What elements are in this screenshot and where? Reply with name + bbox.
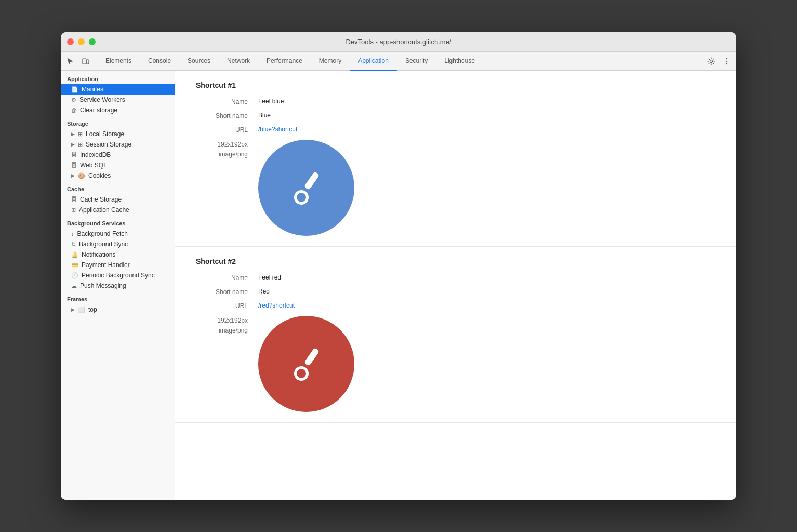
shortcut-1-url-label: URL — [196, 126, 258, 134]
expand-local-storage-arrow: ▶ — [71, 131, 75, 137]
expand-top-arrow: ▶ — [71, 307, 75, 312]
indexeddb-icon: 🗄 — [71, 152, 77, 158]
blue-paint-brush-icon — [286, 167, 327, 209]
tab-security[interactable]: Security — [397, 52, 436, 71]
sidebar-item-background-sync[interactable]: ↻ Background Sync — [61, 239, 175, 249]
svg-rect-6 — [303, 171, 319, 190]
manifest-icon: 📄 — [71, 86, 78, 93]
local-storage-icon: ⊞ — [78, 131, 83, 138]
maximize-button[interactable] — [89, 38, 96, 45]
tab-console[interactable]: Console — [140, 52, 179, 71]
sidebar-item-payment-handler[interactable]: 💳 Payment Handler — [61, 260, 175, 270]
tab-elements[interactable]: Elements — [97, 52, 140, 71]
shortcut-2-short-name-label: Short name — [196, 288, 258, 296]
shortcut-2-image-row: 192x192px image/png — [196, 316, 715, 412]
tab-memory[interactable]: Memory — [311, 52, 350, 71]
shortcut-2-size-label: 192x192px — [196, 316, 248, 326]
tab-sources[interactable]: Sources — [179, 52, 219, 71]
browser-window: DevTools - app-shortcuts.glitch.me/ — [61, 32, 736, 500]
tab-application[interactable]: Application — [350, 52, 397, 71]
web-sql-icon: 🗄 — [71, 162, 77, 168]
tabs-container: Elements Console Sources Network Perform… — [97, 52, 704, 71]
svg-rect-1 — [87, 60, 89, 64]
shortcut-1-icon — [258, 140, 354, 236]
svg-rect-0 — [83, 59, 86, 64]
shortcut-1-name-row: Name Feel blue — [196, 98, 715, 105]
sidebar-item-cookies[interactable]: ▶ 🍪 Cookies — [61, 170, 175, 181]
sidebar-item-session-storage[interactable]: ▶ ⊞ Session Storage — [61, 139, 175, 150]
application-cache-icon: ⊞ — [71, 207, 76, 214]
notifications-icon: 🔔 — [71, 251, 78, 258]
svg-point-8 — [297, 193, 306, 202]
service-workers-icon: ⚙ — [71, 97, 76, 103]
periodic-background-sync-icon: 🕐 — [71, 272, 78, 279]
push-messaging-icon: ☁ — [71, 283, 77, 289]
sidebar-item-clear-storage[interactable]: 🗑 Clear storage — [61, 105, 175, 115]
tab-network[interactable]: Network — [219, 52, 258, 71]
cookies-icon: 🍪 — [78, 172, 85, 179]
background-services-section-header: Background Services — [61, 215, 175, 229]
shortcut-2-type-label: image/png — [196, 326, 248, 336]
shortcut-1-image-row: 192x192px image/png — [196, 140, 715, 236]
more-options-button[interactable] — [720, 54, 734, 69]
tab-performance[interactable]: Performance — [258, 52, 311, 71]
cursor-icon-button[interactable] — [63, 54, 77, 69]
session-storage-icon: ⊞ — [78, 141, 83, 148]
shortcut-2-short-name-value: Red — [258, 288, 270, 295]
sidebar-item-background-fetch[interactable]: ↕ Background Fetch — [61, 229, 175, 239]
close-button[interactable] — [67, 38, 74, 45]
sidebar-item-service-workers[interactable]: ⚙ Service Workers — [61, 95, 175, 105]
shortcut-1-short-name-value: Blue — [258, 112, 271, 119]
background-fetch-icon: ↕ — [71, 231, 74, 237]
sidebar-item-top-frame[interactable]: ▶ ⬜ top — [61, 304, 175, 315]
shortcut-1-type-label: image/png — [196, 150, 248, 159]
tab-bar-right-controls — [704, 54, 734, 69]
window-controls — [67, 38, 96, 45]
settings-button[interactable] — [704, 54, 719, 69]
sidebar-item-manifest[interactable]: 📄 Manifest — [61, 84, 175, 95]
main-area: Application 📄 Manifest ⚙ Service Workers… — [61, 71, 736, 500]
sidebar-item-periodic-background-sync[interactable]: 🕐 Periodic Background Sync — [61, 270, 175, 281]
shortcut-1-name-value: Feel blue — [258, 98, 284, 105]
window-title: DevTools - app-shortcuts.glitch.me/ — [346, 38, 451, 46]
shortcut-1-short-name-label: Short name — [196, 112, 258, 119]
shortcut-1-url-row: URL /blue?shortcut — [196, 126, 715, 134]
sidebar: Application 📄 Manifest ⚙ Service Workers… — [61, 71, 175, 500]
sidebar-item-web-sql[interactable]: 🗄 Web SQL — [61, 160, 175, 170]
frame-icon: ⬜ — [78, 307, 85, 313]
shortcut-1-name-label: Name — [196, 98, 258, 105]
sidebar-item-cache-storage[interactable]: 🗄 Cache Storage — [61, 194, 175, 205]
shortcut-2-section: Shortcut #2 Name Feel red Short name Red… — [175, 247, 736, 423]
clear-storage-icon: 🗑 — [71, 107, 77, 113]
shortcut-2-name-label: Name — [196, 274, 258, 282]
shortcut-2-short-name-row: Short name Red — [196, 288, 715, 296]
title-bar: DevTools - app-shortcuts.glitch.me/ — [61, 32, 736, 52]
shortcut-2-title: Shortcut #2 — [196, 257, 715, 265]
shortcut-2-url-row: URL /red?shortcut — [196, 302, 715, 310]
tab-bar: Elements Console Sources Network Perform… — [61, 52, 736, 71]
application-section-header: Application — [61, 71, 175, 84]
sidebar-item-notifications[interactable]: 🔔 Notifications — [61, 249, 175, 260]
sidebar-item-local-storage[interactable]: ▶ ⊞ Local Storage — [61, 129, 175, 139]
shortcut-1-image-meta: 192x192px image/png — [196, 140, 258, 159]
shortcut-2-url-label: URL — [196, 302, 258, 310]
svg-point-2 — [710, 60, 713, 62]
minimize-button[interactable] — [78, 38, 85, 45]
expand-session-storage-arrow: ▶ — [71, 142, 75, 147]
sidebar-item-application-cache[interactable]: ⊞ Application Cache — [61, 205, 175, 215]
shortcut-1-url-value[interactable]: /blue?shortcut — [258, 126, 297, 133]
sidebar-item-push-messaging[interactable]: ☁ Push Messaging — [61, 281, 175, 291]
shortcut-2-image-meta: 192x192px image/png — [196, 316, 258, 336]
shortcut-1-title: Shortcut #1 — [196, 81, 715, 89]
shortcut-1-short-name-row: Short name Blue — [196, 112, 715, 119]
shortcut-2-url-value[interactable]: /red?shortcut — [258, 302, 295, 309]
payment-handler-icon: 💳 — [71, 262, 78, 269]
shortcut-1-size-label: 192x192px — [196, 140, 248, 150]
svg-point-3 — [726, 58, 727, 59]
device-toolbar-button[interactable] — [78, 54, 93, 69]
tab-lighthouse[interactable]: Lighthouse — [436, 52, 483, 71]
svg-point-5 — [726, 63, 727, 64]
shortcut-2-icon — [258, 316, 354, 412]
expand-cookies-arrow: ▶ — [71, 173, 75, 178]
sidebar-item-indexeddb[interactable]: 🗄 IndexedDB — [61, 150, 175, 160]
